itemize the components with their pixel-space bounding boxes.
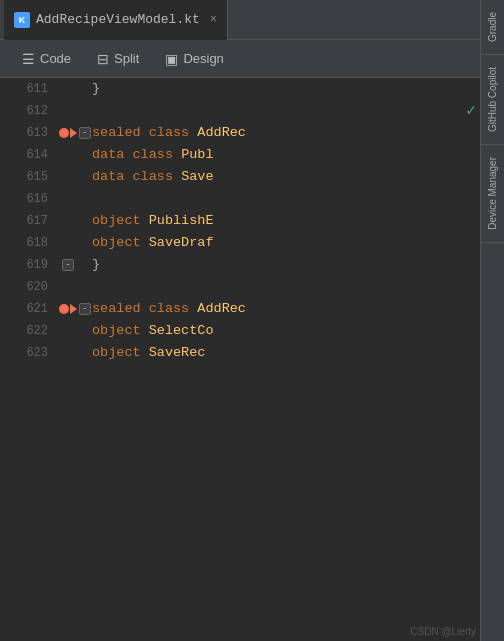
line-number: 617: [0, 210, 58, 232]
design-view-button[interactable]: ▣ Design: [153, 47, 235, 71]
line-number: 616: [0, 188, 58, 210]
line-number: 619: [0, 254, 58, 276]
checkmark-icon: ✓: [466, 100, 476, 122]
breakpoint-icon[interactable]: [59, 304, 69, 314]
code-line: 613- sealed class AddRec: [0, 122, 480, 144]
line-content: object SaveDraf: [92, 232, 480, 254]
split-view-label: Split: [114, 51, 139, 66]
line-number: 621: [0, 298, 58, 320]
line-number: 623: [0, 342, 58, 364]
split-view-button[interactable]: ⊟ Split: [85, 47, 151, 71]
right-sidebar: Gradle GitHub Copilot Device Manager: [480, 0, 504, 641]
fold-icon[interactable]: -: [62, 259, 74, 271]
design-view-icon: ▣: [165, 51, 178, 67]
code-view-icon: ☰: [22, 51, 35, 67]
design-view-label: Design: [183, 51, 223, 66]
code-line: 614 data class Publ: [0, 144, 480, 166]
line-number: 613: [0, 122, 58, 144]
code-line: 616: [0, 188, 480, 210]
line-number: 615: [0, 166, 58, 188]
line-gutter: [58, 128, 78, 138]
line-content: data class Save: [92, 166, 480, 188]
line-content: object SaveRec: [92, 342, 480, 364]
code-editor: 611}612✓613- sealed class AddRec614 data…: [0, 78, 480, 641]
view-toolbar: ☰ Code ⊟ Split ▣ Design: [0, 40, 504, 78]
tab-filename: AddRecipeViewModel.kt: [36, 12, 200, 27]
code-line: 621- sealed class AddRec: [0, 298, 480, 320]
line-content: sealed class AddRec: [92, 298, 480, 320]
breakpoint-arrow-icon: [70, 128, 77, 138]
line-number: 611: [0, 78, 58, 100]
device-manager-section[interactable]: Device Manager: [481, 145, 504, 243]
breakpoint-arrow-icon: [70, 304, 77, 314]
code-line: 619- }: [0, 254, 480, 276]
line-content: data class Publ: [92, 144, 480, 166]
file-tab[interactable]: K AddRecipeViewModel.kt ×: [4, 0, 228, 40]
tab-bar: K AddRecipeViewModel.kt × ▾: [0, 0, 504, 40]
line-gutter: [58, 304, 78, 314]
kotlin-file-icon: K: [14, 12, 30, 28]
code-line: 618 object SaveDraf: [0, 232, 480, 254]
code-line: 620: [0, 276, 480, 298]
fold-region-icon[interactable]: -: [79, 127, 91, 139]
gradle-label[interactable]: Gradle: [483, 4, 502, 50]
code-line: 622 object SelectCo: [0, 320, 480, 342]
device-manager-label[interactable]: Device Manager: [483, 149, 502, 238]
line-number: 622: [0, 320, 58, 342]
attribution: CSDN @Lierty: [410, 626, 476, 637]
copilot-label[interactable]: GitHub Copilot: [483, 59, 502, 140]
line-content: object SelectCo: [92, 320, 480, 342]
code-view-label: Code: [40, 51, 71, 66]
line-number: 620: [0, 276, 58, 298]
fold-region-icon[interactable]: -: [79, 303, 91, 315]
code-line: 623 object SaveRec: [0, 342, 480, 364]
line-gutter: -: [58, 259, 78, 271]
gradle-section[interactable]: Gradle: [481, 0, 504, 55]
line-content: }: [92, 78, 480, 100]
copilot-section[interactable]: GitHub Copilot: [481, 55, 504, 145]
split-view-icon: ⊟: [97, 51, 109, 67]
line-number: 618: [0, 232, 58, 254]
line-number: 614: [0, 144, 58, 166]
code-line: 611}: [0, 78, 480, 100]
line-content: object PublishE: [92, 210, 480, 232]
line-content: }: [92, 254, 480, 276]
line-content: sealed class AddRec: [92, 122, 480, 144]
code-line: 617 object PublishE: [0, 210, 480, 232]
code-line: 615 data class Save: [0, 166, 480, 188]
code-view-button[interactable]: ☰ Code: [10, 47, 83, 71]
line-number: 612: [0, 100, 58, 122]
breakpoint-icon[interactable]: [59, 128, 69, 138]
tab-close-button[interactable]: ×: [210, 13, 217, 27]
code-line: 612✓: [0, 100, 480, 122]
